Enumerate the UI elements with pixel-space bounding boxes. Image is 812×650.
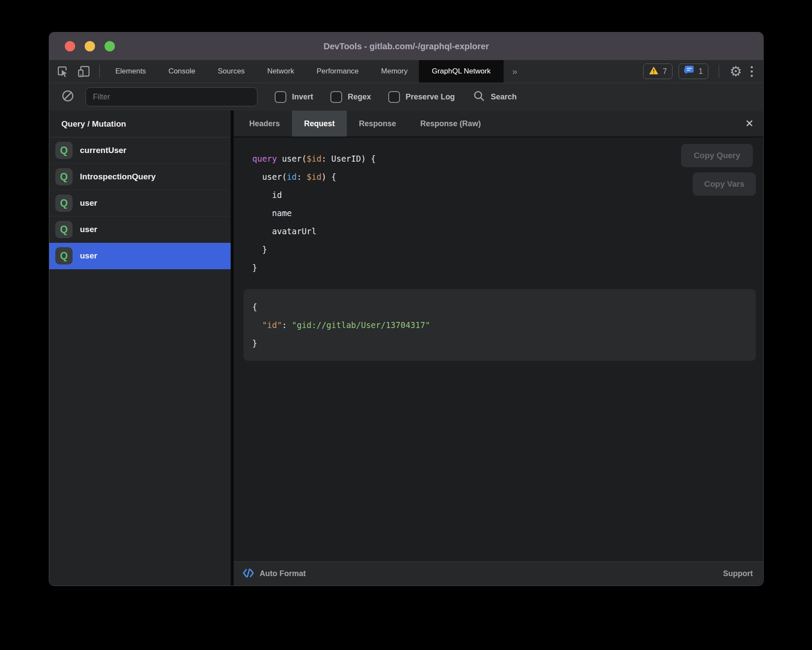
invert-checkbox-group[interactable]: Invert bbox=[275, 91, 313, 103]
request-body: Copy Query Copy Vars query user($id: Use… bbox=[234, 137, 763, 561]
query-type-badge: Q bbox=[55, 247, 73, 264]
toolbar-separator bbox=[99, 65, 100, 78]
search-icon bbox=[473, 90, 485, 104]
query-list-item[interactable]: Q currentUser bbox=[49, 137, 231, 164]
auto-format-label: Auto Format bbox=[260, 569, 306, 578]
filter-bar: Invert Regex Preserve Log Search bbox=[49, 83, 763, 111]
more-options-icon[interactable] bbox=[748, 66, 755, 77]
query-list-item[interactable]: Q user bbox=[49, 190, 231, 217]
query-variables-box: { "id": "gid://gitlab/User/13704317"} bbox=[244, 289, 756, 361]
tab-response-raw[interactable]: Response (Raw) bbox=[408, 111, 493, 137]
sidebar-header: Query / Mutation bbox=[49, 111, 231, 137]
block-requests-icon[interactable] bbox=[61, 89, 74, 104]
message-icon bbox=[684, 66, 695, 77]
query-name: user bbox=[80, 251, 97, 261]
issues-badge[interactable]: 1 bbox=[679, 64, 708, 79]
query-sidebar: Query / Mutation Q currentUser Q Introsp… bbox=[49, 111, 231, 586]
graphql-query-code: query user($id: UserID) { user(id: $id) … bbox=[252, 150, 763, 277]
preserve-log-label: Preserve Log bbox=[406, 92, 455, 102]
query-name: currentUser bbox=[80, 146, 127, 155]
tab-performance[interactable]: Performance bbox=[305, 60, 370, 83]
toolbar-right-separator bbox=[719, 65, 719, 78]
copy-vars-button[interactable]: Copy Vars bbox=[693, 172, 756, 196]
auto-format-button[interactable]: Auto Format bbox=[242, 568, 306, 580]
code-brackets-icon bbox=[242, 568, 254, 580]
detail-footer: Auto Format Support bbox=[234, 561, 763, 586]
search-group[interactable]: Search bbox=[473, 90, 517, 104]
warning-icon bbox=[649, 66, 659, 77]
preserve-log-checkbox-group[interactable]: Preserve Log bbox=[388, 91, 455, 103]
warning-count: 7 bbox=[663, 67, 667, 76]
issues-count: 1 bbox=[698, 67, 703, 76]
detail-tab-strip: Headers Request Response Response (Raw) … bbox=[234, 111, 763, 137]
warnings-badge[interactable]: 7 bbox=[643, 64, 672, 79]
tab-response[interactable]: Response bbox=[347, 111, 408, 137]
copy-query-button[interactable]: Copy Query bbox=[681, 144, 753, 167]
window-title: DevTools - gitlab.com/-/graphql-explorer bbox=[49, 41, 763, 51]
tab-network[interactable]: Network bbox=[256, 60, 305, 83]
inspect-element-icon[interactable] bbox=[56, 65, 69, 78]
query-name: IntrospectionQuery bbox=[80, 172, 155, 182]
query-type-badge: Q bbox=[55, 168, 73, 185]
search-label: Search bbox=[491, 92, 517, 102]
preserve-log-checkbox[interactable] bbox=[388, 91, 400, 103]
devtools-window: DevTools - gitlab.com/-/graphql-explorer bbox=[49, 32, 764, 586]
device-toolbar-icon[interactable] bbox=[77, 65, 91, 78]
query-variables-code: { "id": "gid://gitlab/User/13704317"} bbox=[252, 298, 756, 352]
regex-checkbox-group[interactable]: Regex bbox=[330, 91, 371, 103]
invert-label: Invert bbox=[292, 92, 313, 102]
tab-console[interactable]: Console bbox=[157, 60, 206, 83]
tab-memory[interactable]: Memory bbox=[370, 60, 419, 83]
more-tabs-button[interactable]: » bbox=[504, 60, 526, 83]
tab-graphql-network[interactable]: GraphQL Network bbox=[419, 60, 504, 83]
tab-headers[interactable]: Headers bbox=[237, 111, 292, 137]
filter-input[interactable] bbox=[86, 87, 257, 106]
query-type-badge: Q bbox=[55, 221, 73, 238]
query-list-item-selected[interactable]: Q user bbox=[49, 243, 231, 269]
screen: DevTools - gitlab.com/-/graphql-explorer bbox=[0, 0, 812, 650]
query-name: user bbox=[80, 198, 97, 208]
regex-label: Regex bbox=[348, 92, 371, 102]
devtools-toolbar: Elements Console Sources Network Perform… bbox=[49, 60, 763, 83]
support-link[interactable]: Support bbox=[723, 569, 753, 578]
query-type-badge: Q bbox=[55, 142, 73, 159]
invert-checkbox[interactable] bbox=[275, 91, 286, 103]
detail-panel: Headers Request Response Response (Raw) … bbox=[234, 111, 763, 586]
query-list-item[interactable]: Q IntrospectionQuery bbox=[49, 164, 231, 190]
regex-checkbox[interactable] bbox=[330, 91, 342, 103]
close-detail-icon[interactable]: ✕ bbox=[745, 111, 754, 137]
query-type-badge: Q bbox=[55, 194, 73, 212]
tab-elements[interactable]: Elements bbox=[104, 60, 157, 83]
query-name: user bbox=[80, 225, 97, 234]
main-split: Query / Mutation Q currentUser Q Introsp… bbox=[49, 111, 763, 586]
settings-gear-icon[interactable]: ⚙ bbox=[730, 64, 742, 78]
query-list-item[interactable]: Q user bbox=[49, 217, 231, 243]
panel-divider[interactable] bbox=[231, 111, 234, 586]
tab-sources[interactable]: Sources bbox=[206, 60, 256, 83]
title-bar: DevTools - gitlab.com/-/graphql-explorer bbox=[49, 32, 763, 60]
tab-request[interactable]: Request bbox=[292, 111, 347, 137]
